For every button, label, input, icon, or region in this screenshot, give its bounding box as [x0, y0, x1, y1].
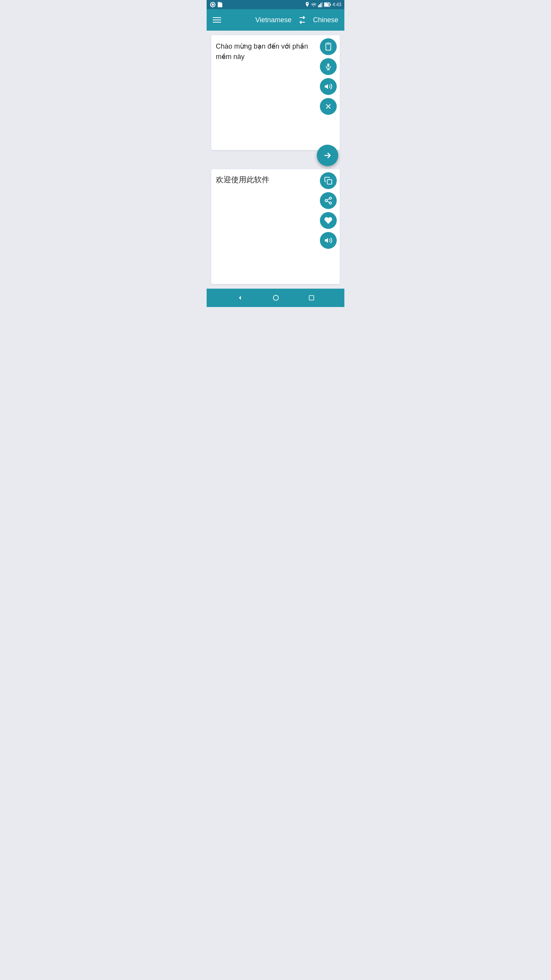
back-button[interactable] [236, 294, 244, 302]
location-icon [305, 2, 310, 7]
target-language[interactable]: Chinese [313, 16, 338, 24]
microphone-button[interactable] [320, 58, 337, 75]
speaker-input-button[interactable] [320, 78, 337, 95]
send-icon [323, 151, 332, 160]
clear-icon [324, 103, 332, 110]
time-display: 4:43 [333, 2, 341, 7]
translated-text: 欢迎使用此软件 [216, 174, 312, 185]
home-button[interactable] [272, 294, 280, 302]
record-icon [210, 2, 216, 8]
svg-rect-31 [309, 296, 314, 300]
svg-rect-6 [318, 5, 319, 7]
clear-button[interactable] [320, 98, 337, 115]
svg-point-1 [212, 3, 214, 6]
back-icon [236, 294, 244, 302]
status-bar-right: 4:43 [305, 2, 341, 7]
speaker-output-icon [324, 236, 333, 245]
svg-marker-29 [239, 296, 241, 300]
svg-line-27 [327, 199, 329, 200]
recent-button[interactable] [308, 294, 315, 301]
recent-icon [308, 294, 315, 301]
nav-bar [207, 289, 344, 307]
source-text-input[interactable] [216, 40, 312, 124]
sd-card-icon [217, 2, 223, 8]
wifi-icon [311, 2, 316, 7]
microphone-icon [324, 62, 332, 71]
source-language[interactable]: Vietnamese [255, 16, 292, 24]
svg-rect-22 [327, 180, 332, 184]
translate-button[interactable] [317, 145, 338, 166]
status-bar: 4:43 [207, 0, 344, 9]
svg-rect-9 [321, 2, 323, 7]
heart-icon [324, 216, 333, 225]
input-section [211, 35, 340, 150]
clipboard-icon [324, 42, 333, 51]
svg-rect-8 [320, 3, 321, 7]
svg-marker-19 [325, 84, 328, 89]
speaker-output-button[interactable] [320, 232, 337, 249]
svg-point-15 [328, 43, 329, 44]
output-section: 欢迎使用此软件 [211, 169, 340, 284]
svg-rect-12 [324, 3, 329, 6]
swap-language-button[interactable] [298, 16, 307, 24]
input-actions [320, 38, 337, 115]
signal-icon [318, 2, 323, 7]
clipboard-button[interactable] [320, 38, 337, 55]
share-button[interactable] [320, 192, 337, 209]
svg-point-24 [325, 199, 328, 202]
output-actions [320, 172, 337, 249]
svg-point-23 [329, 197, 332, 199]
svg-rect-7 [319, 4, 320, 7]
svg-point-30 [273, 295, 278, 300]
battery-icon [324, 2, 331, 7]
home-icon [272, 294, 280, 302]
speaker-icon [324, 82, 333, 91]
copy-button[interactable] [320, 172, 337, 189]
svg-rect-4 [219, 2, 220, 3]
favorite-button[interactable] [320, 212, 337, 229]
toolbar: Vietnamese Chinese [207, 9, 344, 31]
status-bar-left [210, 2, 223, 8]
svg-rect-11 [330, 4, 331, 6]
svg-line-26 [327, 201, 329, 203]
svg-marker-28 [325, 238, 328, 243]
language-selector: Vietnamese Chinese [255, 16, 338, 24]
share-icon [324, 196, 333, 205]
copy-icon [324, 176, 333, 185]
svg-rect-5 [220, 2, 222, 4]
svg-point-25 [329, 202, 332, 204]
main-content: 欢迎使用此软件 [207, 31, 344, 289]
translate-btn-container [211, 145, 340, 166]
svg-rect-16 [328, 64, 329, 67]
svg-rect-3 [218, 2, 219, 4]
menu-button[interactable] [213, 17, 221, 23]
